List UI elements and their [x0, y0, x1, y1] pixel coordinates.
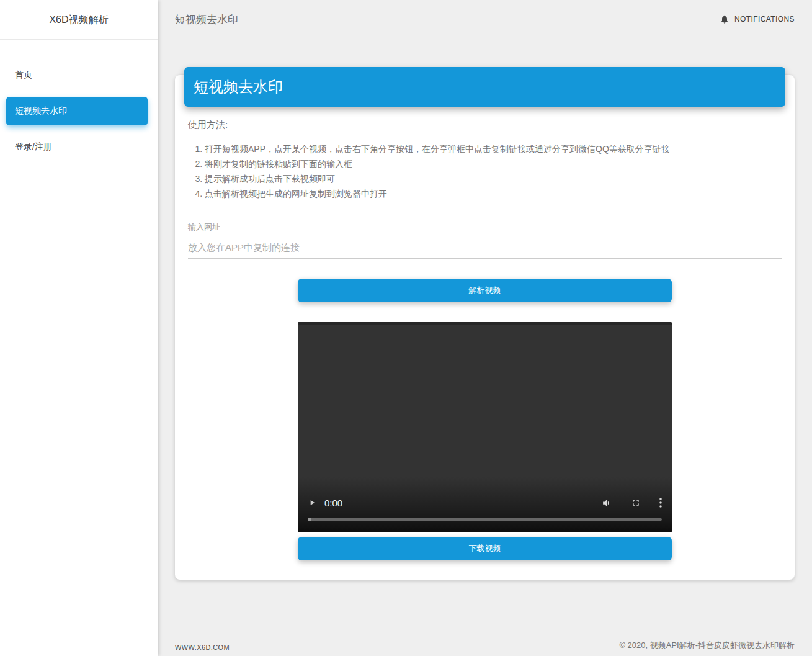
- action-column: 解析视频 0:00: [298, 279, 672, 560]
- video-player[interactable]: 0:00: [298, 322, 672, 532]
- card-banner: 短视频去水印: [184, 67, 785, 107]
- content: 短视频去水印 使用方法: 打开短视频APP，点开某个视频，点击右下角分享按钮，在…: [158, 38, 812, 626]
- url-input-label: 输入网址: [188, 222, 782, 233]
- footer: WWW.X6D.COM © 2020, 视频API解析-抖音皮皮虾微视去水印解析: [158, 626, 812, 656]
- usage-heading: 使用方法:: [188, 119, 782, 131]
- fullscreen-icon[interactable]: [631, 498, 641, 508]
- watermark-removal-card: 短视频去水印 使用方法: 打开短视频APP，点开某个视频，点击右下角分享按钮，在…: [175, 75, 795, 580]
- usage-steps: 打开短视频APP，点开某个视频，点击右下角分享按钮，在分享弹框中点击复制链接或通…: [188, 142, 782, 201]
- main-area: 短视频去水印 NOTIFICATIONS 短视频去水印 使用方法: 打开短视频A…: [158, 0, 812, 656]
- parse-video-button[interactable]: 解析视频: [298, 279, 672, 302]
- footer-copyright: © 2020, 视频API解析-抖音皮皮虾微视去水印解析: [619, 640, 795, 651]
- app-root: X6D视频解析 首页 短视频去水印 登录/注册 短视频去水印 NOTIFICAT…: [0, 0, 812, 656]
- footer-site: WWW.X6D.COM: [175, 644, 230, 651]
- topbar: 短视频去水印 NOTIFICATIONS: [158, 0, 812, 38]
- sidebar-item-home[interactable]: 首页: [6, 61, 148, 89]
- download-video-button[interactable]: 下载视频: [298, 537, 672, 560]
- usage-step-4: 点击解析视频把生成的网址复制到浏览器中打开: [205, 186, 782, 201]
- usage-step-1: 打开短视频APP，点开某个视频，点击右下角分享按钮，在分享弹框中点击复制链接或通…: [205, 142, 782, 156]
- video-controls: 0:00: [298, 495, 672, 510]
- sidebar: X6D视频解析 首页 短视频去水印 登录/注册: [0, 0, 158, 656]
- notifications-button[interactable]: NOTIFICATIONS: [720, 14, 795, 24]
- overflow-menu-icon[interactable]: [659, 498, 662, 508]
- video-time: 0:00: [324, 498, 342, 508]
- url-input[interactable]: [188, 242, 782, 259]
- sidebar-item-watermark-removal[interactable]: 短视频去水印: [6, 97, 148, 125]
- video-progress-bar[interactable]: [308, 518, 662, 521]
- usage-step-3: 提示解析成功后点击下载视频即可: [205, 171, 782, 186]
- play-icon[interactable]: [308, 498, 316, 507]
- usage-step-2: 将刚才复制的链接粘贴到下面的输入框: [205, 156, 782, 171]
- video-progress-thumb[interactable]: [308, 518, 311, 521]
- page-title: 短视频去水印: [175, 12, 238, 27]
- card-banner-title: 短视频去水印: [194, 77, 283, 97]
- app-title: X6D视频解析: [0, 0, 158, 40]
- sidebar-item-login-register[interactable]: 登录/注册: [6, 133, 148, 161]
- bell-icon: [720, 14, 729, 24]
- notifications-label: NOTIFICATIONS: [734, 15, 795, 24]
- volume-icon[interactable]: [602, 498, 612, 508]
- sidebar-nav: 首页 短视频去水印 登录/注册: [0, 40, 158, 161]
